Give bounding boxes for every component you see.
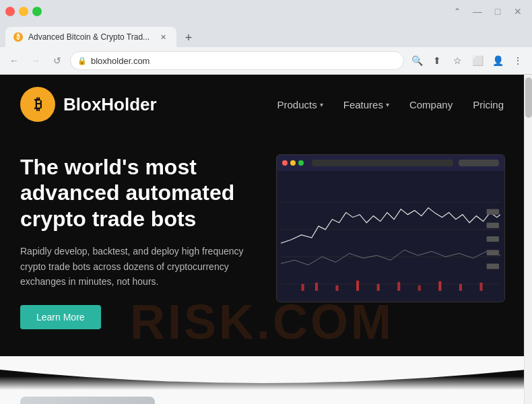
scrollbar-thumb[interactable]: [525, 77, 532, 118]
tab-favicon: ₿: [13, 32, 23, 42]
wave-transition: [0, 356, 524, 390]
hero-title: The world's most advanced automated cryp…: [20, 154, 263, 232]
minimize-window-button[interactable]: [19, 7, 28, 16]
svg-rect-9: [397, 282, 400, 291]
tab-close-button[interactable]: ✕: [158, 32, 168, 42]
svg-rect-17: [487, 250, 499, 255]
share-icon[interactable]: ⬆: [428, 52, 446, 69]
nav-company[interactable]: Company: [409, 99, 453, 110]
title-bar: ⌃ — □ ✕: [0, 0, 532, 23]
svg-rect-16: [487, 236, 499, 242]
url-text: bloxholder.com: [91, 56, 397, 66]
nav-products[interactable]: Products ▾: [277, 99, 323, 110]
logo-text: BloxHolder: [63, 94, 157, 115]
chart-topbar: [277, 155, 504, 171]
search-icon[interactable]: 🔍: [408, 52, 426, 69]
svg-rect-6: [336, 285, 339, 291]
below-text: TradeServer Cloud: [175, 397, 307, 404]
scrollbar-track[interactable]: [524, 75, 532, 404]
svg-rect-10: [418, 285, 421, 291]
svg-rect-7: [356, 281, 359, 291]
page-content: ₿ BloxHolder Products ▾ Features ▾ Compa…: [0, 75, 524, 404]
close-window-button[interactable]: [5, 7, 15, 16]
nav-links: Products ▾ Features ▾ Company Pricing: [277, 99, 504, 110]
toolbar-icons: 🔍 ⬆ ☆ ⬜ 👤 ⋮: [408, 52, 527, 69]
close-icon[interactable]: ✕: [509, 3, 527, 20]
nav-features[interactable]: Features ▾: [343, 99, 389, 110]
wave-svg: [0, 356, 524, 390]
chart-title-bar: [312, 160, 453, 166]
svg-rect-4: [302, 284, 304, 291]
logo-letter: ₿: [34, 96, 42, 113]
lock-icon: 🔒: [77, 57, 87, 65]
chart-svg: [281, 175, 500, 298]
tab-title: Advanced Bitcoin & Crypto Trad...: [28, 32, 149, 42]
below-image: [20, 397, 155, 404]
svg-rect-18: [487, 263, 499, 269]
below-image-inner: [20, 397, 155, 404]
refresh-button[interactable]: ↺: [48, 52, 66, 69]
back-button[interactable]: ←: [5, 52, 23, 69]
chart-mockup: [276, 154, 505, 302]
svg-rect-14: [487, 209, 499, 215]
site-nav: ₿ BloxHolder Products ▾ Features ▾ Compa…: [0, 75, 524, 134]
traffic-lights: [5, 7, 42, 16]
below-title: TradeServer Cloud: [175, 397, 307, 404]
chart-dot-yellow: [290, 160, 296, 166]
chevron-up-button[interactable]: ⌃: [448, 3, 466, 20]
active-tab[interactable]: ₿ Advanced Bitcoin & Crypto Trad... ✕: [5, 27, 176, 47]
below-fold-section: TradeServer Cloud: [0, 390, 524, 404]
hero-image: [276, 154, 505, 329]
new-tab-button[interactable]: +: [179, 28, 198, 47]
tab-bar: ₿ Advanced Bitcoin & Crypto Trad... ✕ +: [0, 23, 532, 47]
browser-chrome: ⌃ — □ ✕ ₿ Advanced Bitcoin & Crypto Trad…: [0, 0, 532, 75]
svg-rect-8: [377, 284, 380, 291]
bookmark-icon[interactable]: ☆: [448, 52, 466, 69]
logo: ₿ BloxHolder: [20, 87, 277, 122]
maximize-icon[interactable]: □: [489, 3, 506, 20]
chevron-down-icon: ▾: [320, 101, 323, 108]
chart-dot-red: [282, 160, 288, 166]
hero-subtitle: Rapidly develop, backtest, and deploy hi…: [20, 244, 263, 289]
page-wrapper: ₿ BloxHolder Products ▾ Features ▾ Compa…: [0, 75, 532, 404]
chart-body: [277, 171, 504, 302]
extensions-icon[interactable]: ⬜: [469, 52, 486, 69]
learn-more-button[interactable]: Learn More: [20, 305, 101, 329]
address-box[interactable]: 🔒 bloxholder.com: [70, 51, 404, 70]
chart-controls: [459, 160, 499, 166]
minimize-icon[interactable]: —: [469, 3, 486, 20]
hero-text: The world's most advanced automated cryp…: [20, 154, 263, 329]
maximize-window-button[interactable]: [32, 7, 42, 16]
nav-pricing[interactable]: Pricing: [473, 99, 504, 110]
profile-icon[interactable]: 👤: [489, 52, 506, 69]
address-bar-row: ← → ↺ 🔒 bloxholder.com 🔍 ⬆ ☆ ⬜ 👤 ⋮: [0, 47, 532, 74]
logo-icon: ₿: [20, 87, 55, 122]
chevron-down-icon: ▾: [386, 101, 389, 108]
svg-rect-5: [315, 283, 318, 291]
menu-icon[interactable]: ⋮: [509, 52, 527, 69]
svg-rect-11: [438, 281, 441, 291]
chart-dot-green: [298, 160, 304, 166]
website: ₿ BloxHolder Products ▾ Features ▾ Compa…: [0, 75, 524, 404]
forward-button[interactable]: →: [27, 52, 44, 69]
svg-rect-12: [459, 284, 462, 291]
svg-rect-15: [487, 223, 499, 228]
hero-section: RISK.COM The world's most advanced autom…: [0, 134, 524, 356]
svg-rect-13: [479, 283, 482, 291]
